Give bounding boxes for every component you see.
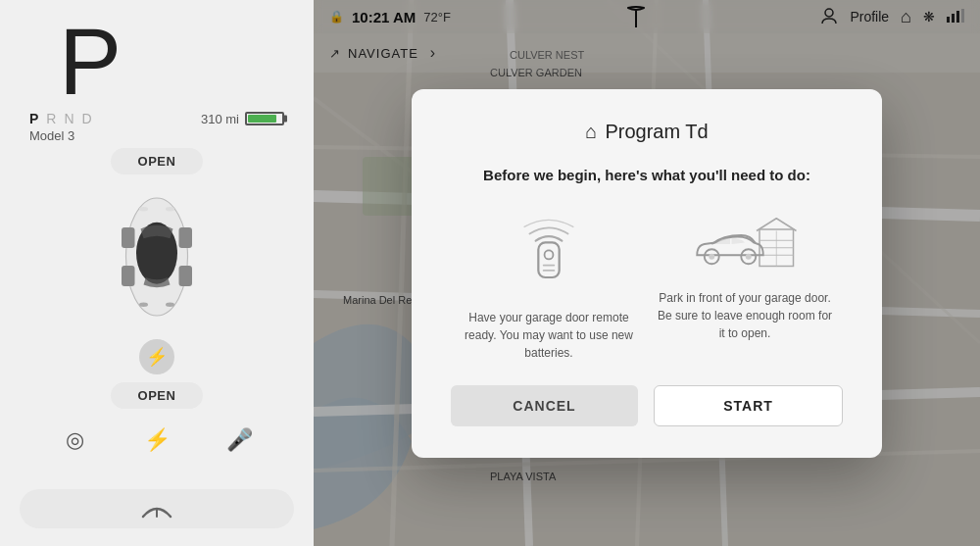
svg-point-6 xyxy=(139,207,148,212)
remote-svg-icon xyxy=(519,215,578,293)
car-garage-block: Park in front of your garage door. Be su… xyxy=(657,215,833,362)
modal-title-row: ⌂ Program Td xyxy=(451,121,843,143)
camera-button[interactable]: ◎ xyxy=(53,419,96,462)
car-garage-svg-icon xyxy=(686,215,804,273)
remote-block: Have your garage door remote ready. You … xyxy=(461,215,637,362)
open-bottom-button[interactable]: OPEN xyxy=(111,382,204,409)
modal-buttons: CANCEL START xyxy=(451,385,843,426)
car-image-wrapper xyxy=(69,178,245,335)
svg-rect-4 xyxy=(122,266,135,286)
mic-icon: 🎤 xyxy=(226,427,253,453)
svg-point-35 xyxy=(545,250,554,259)
lightning-ctrl-icon: ⚡ xyxy=(144,427,171,453)
svg-point-8 xyxy=(139,303,148,308)
modal-home-icon: ⌂ xyxy=(585,121,597,143)
svg-point-45 xyxy=(709,253,714,259)
svg-point-9 xyxy=(166,303,174,308)
modal-overlay: ⌂ Program Td Before we begin, here's wha… xyxy=(314,0,980,546)
car-top-view xyxy=(88,183,225,330)
lightning-button[interactable]: ⚡ xyxy=(135,419,178,462)
bottom-controls-area: ◎ ⚡ 🎤 xyxy=(20,419,294,528)
gear-r: R xyxy=(46,111,56,126)
cancel-button[interactable]: CANCEL xyxy=(451,385,638,426)
gear-indicator: P xyxy=(59,15,122,109)
wiper-button[interactable] xyxy=(20,489,294,528)
left-panel: P P R N D 310 mi Model 3 OPEN xyxy=(0,0,314,546)
model-label: Model 3 xyxy=(20,128,74,143)
program-td-modal: ⌂ Program Td Before we begin, here's wha… xyxy=(412,89,882,458)
car-section: OPEN xyxy=(20,148,294,409)
remote-description: Have your garage door remote ready. You … xyxy=(461,309,637,362)
mileage-label: 310 mi xyxy=(201,112,239,126)
prnd-text: P R N D xyxy=(29,111,92,126)
prnd-bar: P R N D 310 mi xyxy=(20,111,294,126)
gear-n: N xyxy=(64,111,74,126)
battery-fill xyxy=(248,115,276,123)
svg-rect-5 xyxy=(179,266,193,286)
battery-info: 310 mi xyxy=(201,112,284,126)
svg-rect-3 xyxy=(179,227,193,248)
mic-button[interactable]: 🎤 xyxy=(218,419,261,462)
wiper-icon xyxy=(139,497,174,521)
svg-point-46 xyxy=(746,253,752,259)
gear-p: P xyxy=(29,111,38,126)
lightning-icon: ⚡ xyxy=(146,346,168,368)
open-top-button[interactable]: OPEN xyxy=(111,148,204,174)
lightning-badge[interactable]: ⚡ xyxy=(139,339,174,374)
modal-subtitle: Before we begin, here's what you'll need… xyxy=(451,167,843,183)
gear-d: D xyxy=(82,111,92,126)
right-section: CULVER NEST CULVER GARDEN PLAYA VISTA Ma… xyxy=(314,0,980,546)
svg-rect-34 xyxy=(538,242,559,277)
modal-icons-row: Have your garage door remote ready. You … xyxy=(451,215,843,362)
battery-bar xyxy=(245,112,284,125)
car-garage-description: Park in front of your garage door. Be su… xyxy=(657,289,833,342)
bottom-controls: ◎ ⚡ 🎤 xyxy=(53,419,261,481)
start-button[interactable]: START xyxy=(654,385,843,426)
svg-point-7 xyxy=(166,207,174,212)
svg-rect-2 xyxy=(122,227,135,248)
camera-icon: ◎ xyxy=(66,427,84,453)
modal-title-text: Program Td xyxy=(605,121,708,143)
